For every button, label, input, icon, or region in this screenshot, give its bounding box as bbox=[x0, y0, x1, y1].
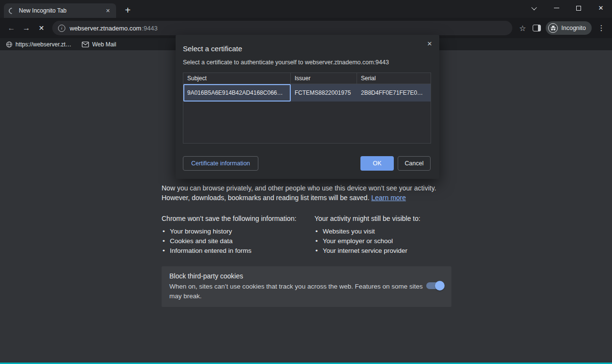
stop-loading-button[interactable]: ✕ bbox=[34, 21, 49, 36]
url-port: :9443 bbox=[142, 25, 158, 32]
incognito-badge: Incognito bbox=[546, 21, 592, 35]
list-item: Your internet service provider bbox=[314, 246, 460, 256]
visible-to-heading: Your activity might still be visible to: bbox=[314, 215, 460, 222]
new-tab-button[interactable]: + bbox=[121, 3, 134, 17]
cell-issuer: FCTEMS8822001975 bbox=[291, 84, 357, 102]
cookies-card-title: Block third-party cookies bbox=[169, 272, 444, 280]
bookmark-item-webserver[interactable]: https://webserver.zt… bbox=[6, 41, 71, 48]
tab-close-icon[interactable]: ✕ bbox=[104, 6, 112, 15]
third-party-cookies-card: Block third-party cookies When on, sites… bbox=[162, 266, 451, 307]
minimize-icon bbox=[554, 8, 559, 9]
back-button[interactable]: ← bbox=[4, 21, 19, 36]
column-header-subject: Subject bbox=[183, 73, 291, 84]
column-header-issuer: Issuer bbox=[291, 73, 357, 84]
window-close-button[interactable]: ✕ bbox=[590, 0, 612, 16]
bookmark-star-icon[interactable]: ☆ bbox=[516, 21, 529, 35]
bookmark-label: Web Mail bbox=[92, 41, 116, 48]
close-icon: ✕ bbox=[598, 4, 604, 12]
certificate-table-header: Subject Issuer Serial bbox=[183, 73, 431, 84]
mail-icon bbox=[82, 42, 89, 47]
browser-menu-icon[interactable]: ⋮ bbox=[595, 21, 608, 35]
cell-serial: 2B8D4FF0E71FE7E0… bbox=[357, 84, 431, 102]
ok-button[interactable]: OK bbox=[360, 156, 394, 171]
certificate-row-selected[interactable]: 9A016B5A6E914B42AD4168C066… FCTEMS882200… bbox=[183, 84, 431, 102]
bookmark-label: https://webserver.zt… bbox=[15, 41, 71, 48]
list-item: Information entered in forms bbox=[162, 246, 307, 256]
incognito-label: Incognito bbox=[561, 25, 586, 31]
cancel-button[interactable]: Cancel bbox=[398, 156, 431, 171]
list-item: Your employer or school bbox=[314, 236, 460, 246]
site-info-icon[interactable]: i bbox=[58, 25, 65, 32]
wont-save-section: Chrome won’t save the following informat… bbox=[162, 215, 307, 256]
tab-loading-spinner-icon bbox=[7, 6, 16, 15]
chevron-down-icon bbox=[531, 4, 537, 10]
list-item: Websites you visit bbox=[314, 227, 460, 236]
dialog-subtitle: Select a certificate to authenticate you… bbox=[183, 59, 389, 66]
visible-to-section: Your activity might still be visible to:… bbox=[314, 215, 460, 256]
tab-new-incognito[interactable]: New Incognito Tab ✕ bbox=[4, 3, 116, 18]
dialog-close-icon[interactable]: ✕ bbox=[425, 39, 434, 48]
cell-subject[interactable]: 9A016B5A6E914B42AD4168C066… bbox=[183, 84, 291, 102]
toggle-knob bbox=[435, 281, 445, 291]
url-host: webserver.ztnademo.com bbox=[70, 25, 141, 32]
block-cookies-toggle[interactable] bbox=[426, 282, 444, 289]
dialog-title: Select a certificate bbox=[183, 44, 242, 53]
wont-save-heading: Chrome won’t save the following informat… bbox=[162, 215, 307, 222]
incognito-icon bbox=[550, 25, 556, 31]
globe-icon bbox=[6, 41, 13, 48]
certificate-information-button[interactable]: Certificate information bbox=[183, 156, 258, 171]
window-maximize-button[interactable] bbox=[567, 0, 590, 16]
select-certificate-dialog: ✕ Select a certificate Select a certific… bbox=[176, 35, 439, 179]
side-panel-icon bbox=[533, 25, 541, 31]
incognito-avatar bbox=[548, 23, 558, 33]
certificate-table: Subject Issuer Serial 9A016B5A6E914B42AD… bbox=[183, 73, 431, 144]
cookies-card-description: When on, sites can’t use cookies that tr… bbox=[169, 282, 423, 301]
column-header-serial: Serial bbox=[357, 73, 431, 84]
tab-strip: New Incognito Tab ✕ + ✕ bbox=[0, 0, 612, 18]
address-bar[interactable]: i webserver.ztnademo.com :9443 bbox=[52, 21, 512, 35]
window-controls: ✕ bbox=[523, 0, 612, 16]
maximize-icon bbox=[576, 6, 581, 11]
wont-save-list: Your browsing history Cookies and site d… bbox=[162, 227, 307, 256]
window-minimize-button[interactable] bbox=[545, 0, 567, 16]
incognito-intro-text: Now you can browse privately, and other … bbox=[162, 183, 462, 203]
intro-line-2: However, downloads, bookmarks and readin… bbox=[162, 194, 370, 202]
forward-button[interactable]: → bbox=[19, 21, 34, 36]
list-item: Cookies and site data bbox=[162, 236, 307, 246]
side-panel-button[interactable] bbox=[529, 21, 544, 35]
tab-title: New Incognito Tab bbox=[19, 7, 100, 14]
tab-search-chevron-icon[interactable] bbox=[523, 0, 545, 16]
visible-to-list: Websites you visit Your employer or scho… bbox=[314, 227, 460, 256]
learn-more-link[interactable]: Learn more bbox=[371, 194, 406, 202]
bookmark-item-webmail[interactable]: Web Mail bbox=[82, 41, 116, 48]
list-item: Your browsing history bbox=[162, 227, 307, 236]
intro-line-1: Now you can browse privately, and other … bbox=[162, 184, 436, 192]
